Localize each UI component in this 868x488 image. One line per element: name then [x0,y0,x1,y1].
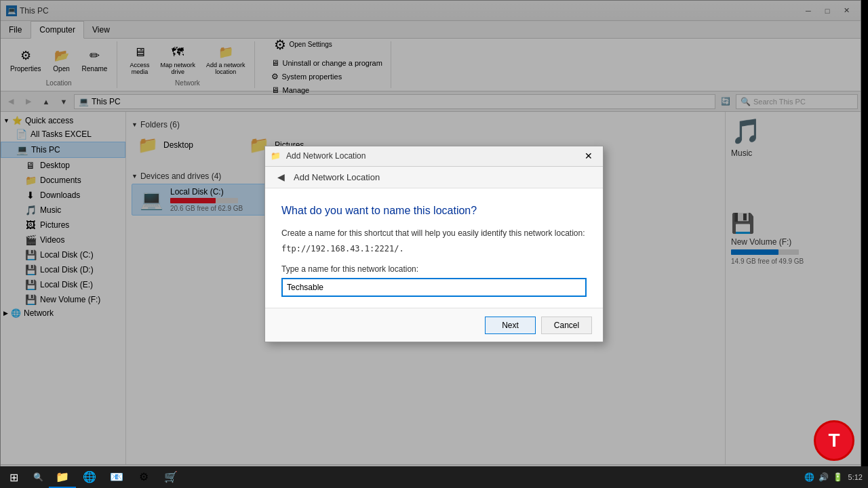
dialog-desc: Create a name for this shortcut that wil… [281,228,587,239]
taskbar-search-icon: 🔍 [33,472,43,482]
dialog-close-button[interactable]: ✕ [580,148,597,163]
taskbar-clock: 5:12 [848,473,863,481]
taskbar-file-explorer[interactable]: 📁 [49,466,76,488]
dialog-nav: ◀ Add Network Location [265,167,603,188]
taskbar-time: 5:12 [848,473,863,481]
dialog-title-icon: 📁 [271,151,281,161]
taskbar-mail[interactable]: 📧 [103,466,130,488]
taskbar-store[interactable]: 🛒 [157,466,184,488]
taskbar-system-icons: 🌐 🔊 🔋 [804,472,843,482]
taskbar-right: 🌐 🔊 🔋 5:12 [804,472,868,482]
taskbar-battery-icon: 🔋 [833,472,843,482]
taskbar-browser[interactable]: 🌐 [76,466,103,488]
dialog-nav-title: Add Network Location [294,172,380,182]
settings-icon: ⚙ [139,470,149,483]
taskbar-search-button[interactable]: 🔍 [27,466,49,488]
dialog-heading: What do you want to name this location? [281,205,587,217]
taskbar-volume-icon: 🔊 [818,472,829,482]
file-explorer-icon: 📁 [56,470,69,483]
next-button[interactable]: Next [485,317,536,334]
network-location-name-input[interactable] [281,278,587,297]
add-network-location-dialog: 📁 Add Network Location ✕ ◀ Add Network L… [264,146,604,343]
taskbar-settings[interactable]: ⚙ [130,466,157,488]
techsable-logo: T [814,420,854,461]
dialog-body: What do you want to name this location? … [265,188,603,308]
taskbar-network-icon: 🌐 [804,472,814,482]
dialog-overlay: 📁 Add Network Location ✕ ◀ Add Network L… [0,0,868,488]
dialog-title-left: 📁 Add Network Location [271,151,366,161]
dialog-back-button[interactable]: ◀ [273,169,288,184]
cancel-button[interactable]: Cancel [541,317,592,334]
taskbar: ⊞ 🔍 📁 🌐 📧 ⚙ 🛒 🌐 🔊 🔋 5:12 [0,466,868,488]
start-button[interactable]: ⊞ [0,466,27,488]
dialog-title-text: Add Network Location [286,151,366,161]
mail-icon: 📧 [110,470,123,483]
dialog-titlebar: 📁 Add Network Location ✕ [265,146,603,167]
windows-icon: ⊞ [9,471,18,484]
browser-icon: 🌐 [83,470,96,483]
store-icon: 🛒 [164,470,178,483]
dialog-field-label: Type a name for this network location: [281,264,587,274]
dialog-footer: Next Cancel [265,308,603,342]
dialog-url: ftp://192.168.43.1:2221/. [281,244,587,253]
